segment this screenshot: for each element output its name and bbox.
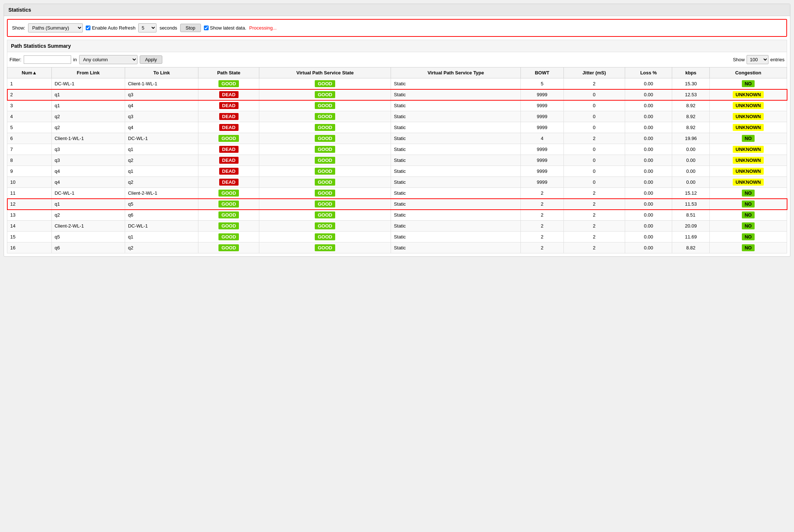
show-select[interactable]: Paths (Summary)Paths (Detail)LinksTunnel…	[28, 23, 83, 32]
num-cell: 4	[7, 111, 52, 122]
show-latest-checkbox[interactable]	[204, 26, 209, 30]
jitter-cell: 0	[563, 122, 625, 133]
to-cell: q2	[125, 242, 198, 253]
congestion-cell: UNKNOWN	[709, 144, 787, 155]
vp-state-cell-badge: GOOD	[315, 91, 335, 98]
vp-state-cell-badge: GOOD	[315, 80, 335, 87]
vp-state-cell-badge: GOOD	[315, 157, 335, 164]
path-state-cell-badge: DEAD	[219, 102, 239, 109]
table-body: 1DC-WL-1Client-1-WL-1GOODGOODStatic520.0…	[7, 78, 787, 253]
col-header-num[interactable]: Num▲	[7, 67, 52, 78]
congestion-cell-badge: UNKNOWN	[733, 113, 764, 120]
kbps-cell: 12.53	[672, 89, 710, 100]
vp-state-cell: GOOD	[259, 100, 391, 111]
path-state-cell-badge: GOOD	[218, 233, 239, 240]
num-cell: 13	[7, 210, 52, 221]
col-header-jitter--ms-[interactable]: Jitter (mS)	[563, 67, 625, 78]
kbps-cell: 15.30	[672, 78, 710, 89]
vp-state-cell: GOOD	[259, 199, 391, 210]
congestion-cell: UNKNOWN	[709, 177, 787, 188]
col-header-path-state[interactable]: Path State	[198, 67, 259, 78]
from-cell: q4	[51, 166, 125, 177]
to-cell: q4	[125, 100, 198, 111]
to-cell: q6	[125, 210, 198, 221]
col-header-bowt[interactable]: BOWT	[521, 67, 563, 78]
vp-state-cell-badge: GOOD	[315, 124, 335, 131]
vp-state-cell: GOOD	[259, 188, 391, 199]
table-row: 9q4q1DEADGOODStatic999900.000.00UNKNOWN	[7, 166, 787, 177]
from-cell: q3	[51, 155, 125, 166]
apply-button[interactable]: Apply	[140, 55, 163, 64]
seconds-label: seconds	[159, 25, 177, 31]
vp-type-cell: Static	[391, 232, 521, 242]
in-label: in	[73, 57, 77, 62]
vp-type-cell: Static	[391, 78, 521, 89]
table-row: 3q1q4DEADGOODStatic999900.008.92UNKNOWN	[7, 100, 787, 111]
loss-cell: 0.00	[625, 232, 672, 242]
congestion-cell-badge: UNKNOWN	[733, 91, 764, 98]
to-cell: q3	[125, 89, 198, 100]
bowt-cell: 9999	[521, 100, 563, 111]
bowt-cell: 9999	[521, 155, 563, 166]
col-header-to-link[interactable]: To Link	[125, 67, 198, 78]
seconds-select[interactable]: 5103060	[138, 23, 156, 32]
table-row: 12q1q5GOODGOODStatic220.0011.53NO	[7, 199, 787, 210]
from-cell: q1	[51, 89, 125, 100]
path-state-cell-badge: GOOD	[218, 222, 239, 229]
entries-select[interactable]: 102550100	[747, 55, 768, 64]
to-cell: q2	[125, 155, 198, 166]
col-header-virtual-path-service-type[interactable]: Virtual Path Service Type	[391, 67, 521, 78]
vp-state-cell-badge: GOOD	[315, 233, 335, 240]
vp-type-cell: Static	[391, 221, 521, 232]
loss-cell: 0.00	[625, 100, 672, 111]
vp-state-cell-badge: GOOD	[315, 113, 335, 120]
column-select[interactable]: Any columnNumFrom LinkTo LinkPath StateV…	[79, 55, 138, 64]
from-cell: q4	[51, 177, 125, 188]
from-cell: DC-WL-1	[51, 188, 125, 199]
bowt-cell: 2	[521, 221, 563, 232]
to-cell: q3	[125, 111, 198, 122]
filter-input[interactable]	[24, 55, 71, 64]
loss-cell: 0.00	[625, 144, 672, 155]
jitter-cell: 2	[563, 232, 625, 242]
col-header-from-link[interactable]: From Link	[51, 67, 125, 78]
kbps-cell: 19.96	[672, 133, 710, 144]
stop-button[interactable]: Stop	[180, 24, 201, 32]
bowt-cell: 2	[521, 199, 563, 210]
congestion-cell-badge: UNKNOWN	[733, 168, 764, 175]
col-header-virtual-path-service-state[interactable]: Virtual Path Service State	[259, 67, 391, 78]
from-cell: q5	[51, 232, 125, 242]
path-state-cell-badge: GOOD	[218, 211, 239, 218]
kbps-cell: 8.51	[672, 210, 710, 221]
vp-type-cell: Static	[391, 242, 521, 253]
col-header-loss--[interactable]: Loss %	[625, 67, 672, 78]
table-row: 6Client-1-WL-1DC-WL-1GOODGOODStatic420.0…	[7, 133, 787, 144]
path-state-cell-badge: GOOD	[218, 201, 239, 207]
bowt-cell: 2	[521, 232, 563, 242]
col-header-kbps[interactable]: kbps	[672, 67, 710, 78]
kbps-cell: 0.00	[672, 177, 710, 188]
from-cell: q2	[51, 210, 125, 221]
bowt-cell: 2	[521, 188, 563, 199]
table-section: Path Statistics Summary Filter: in Any c…	[7, 40, 787, 253]
loss-cell: 0.00	[625, 221, 672, 232]
congestion-cell: UNKNOWN	[709, 155, 787, 166]
congestion-cell: UNKNOWN	[709, 166, 787, 177]
jitter-cell: 2	[563, 242, 625, 253]
entries-label: entries	[770, 57, 785, 62]
table-row: 4q2q3DEADGOODStatic999900.008.92UNKNOWN	[7, 111, 787, 122]
kbps-cell: 15.12	[672, 188, 710, 199]
path-state-cell: GOOD	[198, 242, 259, 253]
bowt-cell: 9999	[521, 144, 563, 155]
num-cell: 6	[7, 133, 52, 144]
table-row: 8q3q2DEADGOODStatic999900.000.00UNKNOWN	[7, 155, 787, 166]
to-cell: q2	[125, 177, 198, 188]
col-header-congestion[interactable]: Congestion	[709, 67, 787, 78]
num-cell: 12	[7, 199, 52, 210]
congestion-cell-badge: NO	[742, 211, 755, 218]
num-cell: 8	[7, 155, 52, 166]
auto-refresh-checkbox[interactable]	[86, 26, 90, 30]
vp-state-cell: GOOD	[259, 210, 391, 221]
num-cell: 11	[7, 188, 52, 199]
from-cell: Client-1-WL-1	[51, 133, 125, 144]
